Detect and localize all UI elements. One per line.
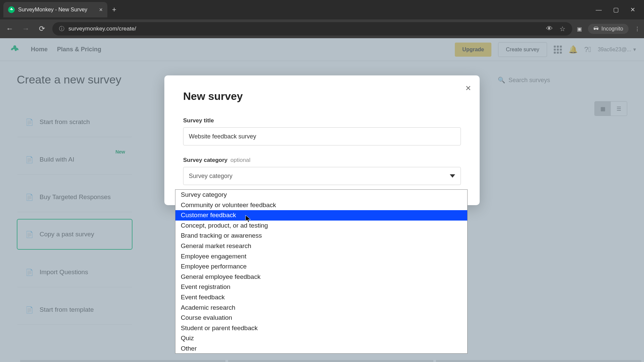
dropdown-option[interactable]: Concept, product, or ad testing [175,221,467,231]
incognito-icon: 🕶 [593,26,599,32]
dropdown-option[interactable]: Employee engagement [175,251,467,262]
url-field[interactable]: ⓘ surveymonkey.com/create/ 👁 ☆ [52,22,572,36]
dropdown-option[interactable]: Employee performance [175,261,467,272]
close-modal-button[interactable]: × [466,83,471,94]
back-icon[interactable]: ← [4,24,15,33]
dropdown-option[interactable]: Course evaluation [175,313,467,323]
eye-off-icon[interactable]: 👁 [546,25,553,33]
forward-icon: → [20,24,32,33]
surveymonkey-favicon [8,6,15,13]
dropdown-option[interactable]: Academic research [175,303,467,313]
dropdown-option[interactable]: Survey category [175,190,467,200]
survey-title-input[interactable] [183,127,461,145]
maximize-icon[interactable]: ▢ [613,6,619,13]
close-tab-icon[interactable]: × [99,6,103,13]
site-info-icon[interactable]: ⓘ [59,25,64,33]
dropdown-option[interactable]: Other [175,344,467,354]
caret-down-icon [450,174,455,178]
address-bar: ← → ⟳ ⓘ surveymonkey.com/create/ 👁 ☆ ▣ 🕶… [0,19,644,38]
tab-title: SurveyMonkey - New Survey [18,7,96,13]
dropdown-option[interactable]: Community or volunteer feedback [175,200,467,210]
dropdown-option[interactable]: General market research [175,241,467,251]
modal-title: New survey [183,90,461,103]
browser-tab-strip: SurveyMonkey - New Survey × + — ▢ ✕ [0,0,644,19]
category-dropdown: Survey categoryCommunity or volunteer fe… [175,189,468,354]
survey-title-label: Survey title [183,117,461,124]
select-value: Survey category [189,173,232,180]
dropdown-option[interactable]: Quiz [175,333,467,344]
dropdown-option[interactable]: Brand tracking or awareness [175,231,467,241]
survey-category-select[interactable]: Survey category [183,167,461,185]
menu-icon[interactable]: ⋮ [635,26,640,32]
browser-tab[interactable]: SurveyMonkey - New Survey × [3,2,107,17]
url-text: surveymonkey.com/create/ [68,25,542,32]
close-window-icon[interactable]: ✕ [630,6,635,13]
new-survey-modal: × New survey Survey title Survey categor… [164,75,480,205]
dropdown-option[interactable]: Student or parent feedback [175,323,467,334]
bookmark-star-icon[interactable]: ☆ [559,25,566,33]
new-tab-button[interactable]: + [112,5,116,14]
dropdown-option[interactable]: Event feedback [175,292,467,303]
reload-icon[interactable]: ⟳ [36,24,48,33]
dropdown-option[interactable]: General employee feedback [175,272,467,282]
incognito-indicator[interactable]: 🕶 Incognito [588,24,629,34]
survey-category-label: Survey category optional [183,157,461,164]
side-panel-icon[interactable]: ▣ [577,26,582,32]
dropdown-option[interactable]: Event registration [175,282,467,292]
minimize-icon[interactable]: — [596,6,602,13]
dropdown-option[interactable]: Customer feedback [175,210,467,221]
